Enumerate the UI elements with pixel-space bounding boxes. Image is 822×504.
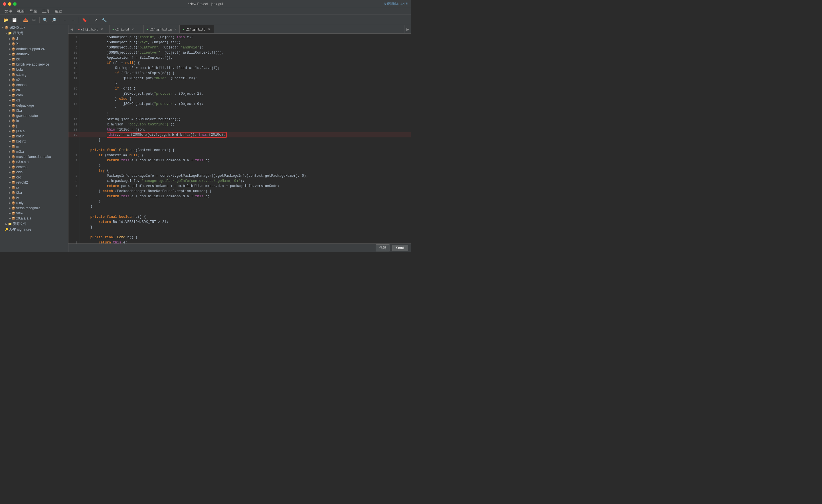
sidebar-item-n3aaa[interactable]: ▶📦n3.a.a.a: [0, 159, 68, 164]
code-line-19: 19 this.d = a.f2008c.a(c2.f.j.g.h.b.d.b.…: [68, 132, 411, 137]
toolbar-sep4: [79, 17, 79, 23]
smali-view-btn[interactable]: Smali: [392, 245, 408, 251]
tab-nav-right[interactable]: ▶: [404, 25, 411, 33]
tab-close-1[interactable]: ✕: [131, 28, 134, 31]
menu-view[interactable]: 视图: [15, 8, 27, 15]
code-view-btn[interactable]: 代码: [376, 244, 390, 251]
tab-close-3[interactable]: ✕: [208, 28, 210, 31]
sidebar-item-cn[interactable]: ▶📦cn: [0, 88, 68, 93]
sidebar-root[interactable]: ▼ 📦 v6240.apk: [0, 25, 68, 30]
sidebar-item-ctmg[interactable]: ▶📦c.t.m.g: [0, 72, 68, 77]
sidebar-resources[interactable]: ▶ 📁 资源文件: [0, 221, 68, 227]
sidebar-item-m[interactable]: ▶📦m: [0, 144, 68, 149]
bookmark-btn[interactable]: 🔖: [80, 16, 88, 24]
sidebar-item-okio[interactable]: ▶📦okio: [0, 170, 68, 175]
sidebar-item-view[interactable]: ▶📦view: [0, 211, 68, 216]
sidebar-item-ualy[interactable]: ▶📦u.aly: [0, 200, 68, 206]
sidebar-item-b0[interactable]: ▶📦b0: [0, 57, 68, 62]
sidebar-item-io[interactable]: ▶📦io: [0, 118, 68, 123]
sidebar-item-d3[interactable]: ▶📦d3: [0, 98, 68, 103]
sidebar-item-x0aaaa[interactable]: ▶📦x0.a.a.a.a: [0, 216, 68, 221]
sidebar-item-bilibili[interactable]: ▶📦bilibili.live.app.service: [0, 62, 68, 67]
back-btn[interactable]: ←: [61, 16, 69, 24]
sidebar-item-tv[interactable]: ▶📦tv: [0, 195, 68, 200]
tab-0[interactable]: ● c2.f.j.g.h.b.b ✕: [75, 25, 109, 33]
sidebar-item-org[interactable]: ▶📦org: [0, 175, 68, 180]
code-line-methodclose: }: [68, 204, 411, 209]
toolbar-sep5: [90, 17, 90, 23]
sidebar-item-rx[interactable]: ▶📦rx: [0, 185, 68, 190]
sidebar-item-androidx[interactable]: ▶📦androidx: [0, 52, 68, 57]
menu-tools[interactable]: 工具: [40, 8, 52, 15]
tool2-btn[interactable]: 🔧: [100, 16, 108, 24]
open-btn[interactable]: 📂: [2, 16, 10, 24]
sidebar-item-f3a[interactable]: ▶📦f3.a: [0, 108, 68, 113]
sidebar-item-gsonannotator[interactable]: ▶📦gsonannotator: [0, 113, 68, 118]
sidebar-apk-signature[interactable]: 🔑 APK signature: [0, 227, 68, 232]
sidebar-item-m3a[interactable]: ▶📦m3.a: [0, 149, 68, 154]
sidebar-item-j3aa[interactable]: ▶📦j3.a.a: [0, 129, 68, 134]
code-line-14: 14 jSONObject.put("hwid", (Object) c3);: [68, 76, 411, 81]
toolbar-sep3: [59, 17, 59, 23]
maximize-button[interactable]: [13, 2, 17, 6]
code-line-blank2: [68, 209, 411, 214]
code-line-12: 12 String c3 = com.bilibili.lib.biliid.u…: [68, 66, 411, 71]
code-line-method-c: private final boolean c() {: [68, 214, 411, 220]
jump-btn[interactable]: ↗: [91, 16, 99, 24]
sidebar-item-XI[interactable]: ▶📦XI: [0, 41, 68, 46]
menu-navigate[interactable]: 导航: [27, 8, 39, 15]
tab-1[interactable]: ● c2.f.j.g.i.d ✕: [109, 25, 144, 33]
search-btn[interactable]: 🔎: [50, 16, 58, 24]
traffic-lights: [3, 2, 17, 6]
code-line-else: } else {: [68, 96, 411, 101]
update-notice[interactable]: 发现新版本 1.4.7!: [384, 2, 408, 6]
menubar: 文件 视图 导航 工具 帮助: [0, 8, 411, 15]
menu-file[interactable]: 文件: [2, 8, 14, 15]
sidebar-item-bolts[interactable]: ▶📦bolts: [0, 67, 68, 72]
menu-help[interactable]: 帮助: [52, 8, 64, 15]
code-line-cclose: }: [68, 225, 411, 230]
sidebar-item-android-support[interactable]: ▶📦android.support.v4: [0, 46, 68, 52]
code-line-close3: }: [68, 112, 411, 117]
code-line-aclose1: }: [68, 163, 411, 168]
window-title: *New Project - jadx-gui: [188, 2, 223, 6]
sidebar-item-t3a[interactable]: ▶📦t3.a: [0, 190, 68, 195]
code-line-blank1: [68, 143, 411, 148]
code-line-16: 16 jSONObject.put("protover", (Object) 2…: [68, 91, 411, 96]
tab-2[interactable]: ● c2.f.j.g.h.b.d.c.a ✕: [144, 25, 180, 33]
settings-btn[interactable]: ⚙: [30, 16, 38, 24]
sidebar-item-kotlin[interactable]: ▶📦kotlin: [0, 134, 68, 139]
sidebar-item-com[interactable]: ▶📦com: [0, 93, 68, 98]
sidebar-item-defpackage[interactable]: ▶📦defpackage: [0, 103, 68, 108]
sidebar-item-j[interactable]: ▶📦j: [0, 123, 68, 129]
sidebar-item-retrofit2[interactable]: ▶📦retrofit2: [0, 180, 68, 185]
sidebar-item-c2[interactable]: ▶📦c2: [0, 77, 68, 82]
code-line-15: 15 if (c()) {: [68, 86, 411, 91]
decompile-btn[interactable]: 🔍: [41, 16, 49, 24]
minimize-button[interactable]: [8, 2, 11, 6]
code-line-catch: } catch (PackageManager.NameNotFoundExce…: [68, 189, 411, 194]
code-line-blank3: [68, 230, 411, 235]
save-btn[interactable]: 💾: [10, 16, 18, 24]
code-line-7: 7 jSONObject.put("roomid", (Object) this…: [68, 35, 411, 40]
sidebar-item-cmbapi[interactable]: ▶📦cmbapi: [0, 82, 68, 88]
tab-close-0[interactable]: ✕: [101, 28, 103, 31]
sidebar-item-versa[interactable]: ▶📦versa.recognize: [0, 206, 68, 211]
sidebar: ▼ 📦 v6240.apk ▼ 📁 源代码 ▶📦J ▶📦XI ▶📦android…: [0, 25, 68, 252]
sidebar-item-danmaku[interactable]: ▶📦master.flame.danmaku: [0, 154, 68, 159]
code-line-11b: 11 if (f != null) {: [68, 60, 411, 66]
sidebar-item-kotlinx[interactable]: ▶📦kotlinx: [0, 139, 68, 144]
close-button[interactable]: [3, 2, 6, 6]
export-btn[interactable]: 📤: [21, 16, 29, 24]
code-line-close1: }: [68, 81, 411, 86]
code-line-17: 17 jSONObject.put("protover", (Object) 0…: [68, 101, 411, 107]
tab-3[interactable]: ● c2.f.j.g.h.b.d.b ✕: [180, 25, 214, 33]
tab-close-2[interactable]: ✕: [174, 28, 176, 31]
sidebar-item-J[interactable]: ▶📦J: [0, 36, 68, 41]
sidebar-source[interactable]: ▼ 📁 源代码: [0, 30, 68, 36]
code-editor[interactable]: 7 jSONObject.put("roomid", (Object) this…: [68, 34, 411, 243]
sidebar-item-okhttp3[interactable]: ▶📦okhttp3: [0, 164, 68, 170]
tab-nav-left[interactable]: ◀: [68, 25, 75, 33]
code-line-10: 10 jSONObject.put("clientver", (Object) …: [68, 50, 411, 55]
forward-btn[interactable]: →: [69, 16, 77, 24]
